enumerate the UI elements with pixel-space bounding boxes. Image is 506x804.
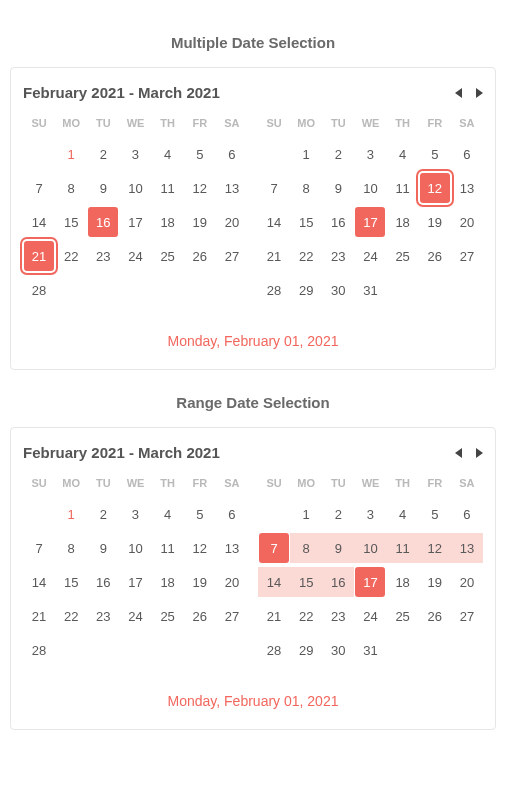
- day-cell[interactable]: 1: [291, 499, 321, 529]
- day-cell[interactable]: 31: [355, 635, 385, 665]
- day-cell[interactable]: 9: [88, 173, 118, 203]
- day-cell[interactable]: 7: [24, 533, 54, 563]
- day-cell[interactable]: 19: [420, 207, 450, 237]
- day-cell[interactable]: 12: [185, 533, 215, 563]
- day-cell[interactable]: 15: [290, 567, 322, 597]
- day-cell[interactable]: 26: [185, 241, 215, 271]
- day-cell[interactable]: 5: [420, 499, 450, 529]
- day-cell[interactable]: 30: [323, 275, 353, 305]
- day-cell[interactable]: 29: [291, 635, 321, 665]
- day-cell[interactable]: 13: [217, 533, 247, 563]
- day-cell[interactable]: 18: [153, 567, 183, 597]
- day-cell[interactable]: 28: [259, 275, 289, 305]
- day-cell[interactable]: 26: [420, 241, 450, 271]
- day-cell[interactable]: 6: [452, 139, 482, 169]
- day-cell[interactable]: 5: [185, 499, 215, 529]
- day-cell[interactable]: 13: [217, 173, 247, 203]
- day-cell[interactable]: 21: [259, 601, 289, 631]
- day-cell[interactable]: 5: [420, 139, 450, 169]
- day-cell[interactable]: 4: [153, 499, 183, 529]
- day-cell[interactable]: 31: [355, 275, 385, 305]
- day-cell[interactable]: 26: [185, 601, 215, 631]
- day-cell[interactable]: 21: [24, 601, 54, 631]
- day-cell[interactable]: 30: [323, 635, 353, 665]
- day-cell[interactable]: 14: [24, 567, 54, 597]
- day-cell[interactable]: 24: [120, 601, 150, 631]
- day-cell[interactable]: 17: [120, 567, 150, 597]
- day-cell[interactable]: 11: [388, 173, 418, 203]
- day-cell[interactable]: 8: [56, 533, 86, 563]
- day-cell[interactable]: 18: [153, 207, 183, 237]
- next-month-icon[interactable]: [476, 88, 483, 98]
- day-cell[interactable]: 7: [259, 533, 289, 563]
- day-cell[interactable]: 27: [452, 601, 482, 631]
- day-cell[interactable]: 9: [323, 173, 353, 203]
- day-cell[interactable]: 6: [217, 139, 247, 169]
- day-cell[interactable]: 10: [354, 533, 386, 563]
- day-cell[interactable]: 25: [153, 601, 183, 631]
- day-cell[interactable]: 22: [291, 241, 321, 271]
- day-cell[interactable]: 19: [185, 567, 215, 597]
- day-cell[interactable]: 3: [355, 139, 385, 169]
- day-cell[interactable]: 16: [323, 207, 353, 237]
- day-cell[interactable]: 25: [388, 241, 418, 271]
- day-cell[interactable]: 16: [322, 567, 354, 597]
- day-cell[interactable]: 23: [88, 601, 118, 631]
- day-cell[interactable]: 23: [88, 241, 118, 271]
- day-cell[interactable]: 2: [88, 139, 118, 169]
- day-cell[interactable]: 14: [259, 207, 289, 237]
- day-cell[interactable]: 8: [291, 173, 321, 203]
- day-cell[interactable]: 7: [24, 173, 54, 203]
- day-cell[interactable]: 23: [323, 601, 353, 631]
- day-cell[interactable]: 2: [323, 139, 353, 169]
- day-cell[interactable]: 25: [388, 601, 418, 631]
- day-cell[interactable]: 24: [120, 241, 150, 271]
- day-cell[interactable]: 20: [452, 207, 482, 237]
- day-cell[interactable]: 3: [355, 499, 385, 529]
- day-cell[interactable]: 25: [153, 241, 183, 271]
- day-cell[interactable]: 2: [323, 499, 353, 529]
- day-cell[interactable]: 27: [217, 601, 247, 631]
- day-cell[interactable]: 3: [120, 139, 150, 169]
- day-cell[interactable]: 22: [291, 601, 321, 631]
- day-cell[interactable]: 1: [56, 139, 86, 169]
- prev-month-icon[interactable]: [455, 88, 462, 98]
- day-cell[interactable]: 13: [451, 533, 483, 563]
- day-cell[interactable]: 6: [217, 499, 247, 529]
- day-cell[interactable]: 20: [217, 207, 247, 237]
- day-cell[interactable]: 15: [56, 567, 86, 597]
- day-cell[interactable]: 22: [56, 601, 86, 631]
- day-cell[interactable]: 1: [291, 139, 321, 169]
- day-cell[interactable]: 12: [419, 533, 451, 563]
- day-cell[interactable]: 2: [88, 499, 118, 529]
- day-cell[interactable]: 6: [452, 499, 482, 529]
- day-cell[interactable]: 11: [153, 533, 183, 563]
- day-cell[interactable]: 10: [355, 173, 385, 203]
- day-cell[interactable]: 14: [24, 207, 54, 237]
- day-cell[interactable]: 4: [388, 139, 418, 169]
- day-cell[interactable]: 19: [185, 207, 215, 237]
- day-cell[interactable]: 28: [259, 635, 289, 665]
- day-cell[interactable]: 24: [355, 241, 385, 271]
- day-cell[interactable]: 1: [56, 499, 86, 529]
- day-cell[interactable]: 27: [217, 241, 247, 271]
- day-cell[interactable]: 28: [24, 635, 54, 665]
- day-cell[interactable]: 16: [88, 567, 118, 597]
- day-cell[interactable]: 24: [355, 601, 385, 631]
- day-cell[interactable]: 28: [24, 275, 54, 305]
- day-cell[interactable]: 10: [120, 173, 150, 203]
- day-cell[interactable]: 12: [420, 173, 450, 203]
- day-cell[interactable]: 4: [388, 499, 418, 529]
- day-cell[interactable]: 18: [388, 207, 418, 237]
- day-cell[interactable]: 20: [217, 567, 247, 597]
- day-cell[interactable]: 16: [88, 207, 118, 237]
- day-cell[interactable]: 3: [120, 499, 150, 529]
- day-cell[interactable]: 7: [259, 173, 289, 203]
- day-cell[interactable]: 21: [259, 241, 289, 271]
- day-cell[interactable]: 4: [153, 139, 183, 169]
- day-cell[interactable]: 20: [452, 567, 482, 597]
- day-cell[interactable]: 18: [388, 567, 418, 597]
- day-cell[interactable]: 23: [323, 241, 353, 271]
- day-cell[interactable]: 29: [291, 275, 321, 305]
- day-cell[interactable]: 9: [88, 533, 118, 563]
